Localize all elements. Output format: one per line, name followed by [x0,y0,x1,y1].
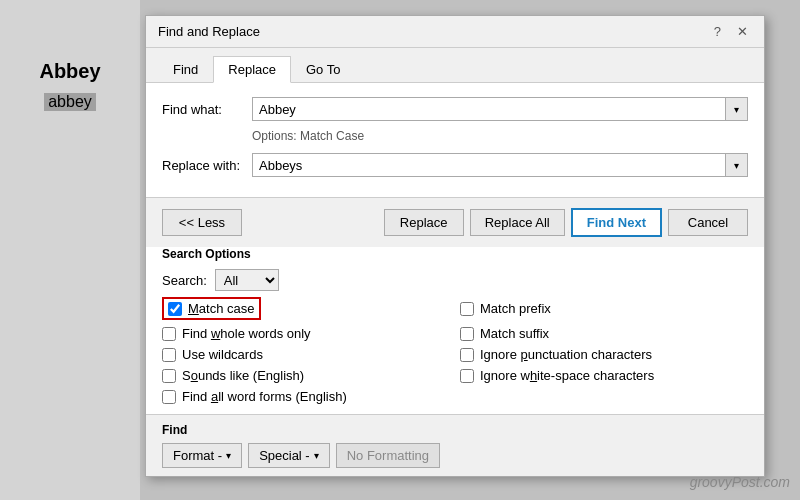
tab-replace[interactable]: Replace [213,56,291,83]
replace-with-input[interactable] [252,153,726,177]
special-button[interactable]: Special - ▾ [248,443,330,468]
match-suffix-item: Match suffix [460,326,748,341]
search-options-label: Search Options [162,247,748,261]
replace-all-button[interactable]: Replace All [470,209,565,236]
whole-words-checkbox[interactable] [162,327,176,341]
find-next-button[interactable]: Find Next [571,208,662,237]
bottom-section: Find Format - ▾ Special - ▾ No Formattin… [146,414,764,476]
close-button[interactable]: ✕ [733,24,752,39]
find-what-row: Find what: ▾ [162,97,748,121]
whole-words-label[interactable]: Find whole words only [182,326,311,341]
special-chevron-icon: ▾ [314,450,319,461]
use-wildcards-label[interactable]: Use wildcards [182,347,263,362]
replace-with-dropdown[interactable]: ▾ [726,153,748,177]
tab-find[interactable]: Find [158,56,213,82]
no-formatting-button: No Formatting [336,443,440,468]
dialog-title: Find and Replace [158,24,260,39]
use-wildcards-checkbox[interactable] [162,348,176,362]
ignore-space-label[interactable]: Ignore white-space characters [480,368,654,383]
match-prefix-label[interactable]: Match prefix [480,301,551,316]
search-select[interactable]: All Up Down [215,269,279,291]
find-what-input-wrap: ▾ [252,97,748,121]
find-replace-dialog: Find and Replace ? ✕ Find Replace Go To … [145,15,765,477]
replace-button[interactable]: Replace [384,209,464,236]
replace-with-input-wrap: ▾ [252,153,748,177]
less-button[interactable]: << Less [162,209,242,236]
dialog-titlebar: Find and Replace ? ✕ [146,16,764,48]
sounds-like-item: Sounds like (English) [162,368,450,383]
match-suffix-checkbox[interactable] [460,327,474,341]
help-button[interactable]: ? [710,24,725,39]
search-label: Search: [162,273,207,288]
match-case-highlight: Match case [162,297,261,320]
sidebar-text-lower: abbey [44,93,96,111]
ignore-space-checkbox[interactable] [460,369,474,383]
all-word-forms-label[interactable]: Find all word forms (English) [182,389,347,404]
search-row: Search: All Up Down [162,269,748,291]
dialog-body: Find what: ▾ Options: Match Case Replace… [146,83,764,197]
all-word-forms-checkbox[interactable] [162,390,176,404]
match-prefix-checkbox[interactable] [460,302,474,316]
special-label: Special - [259,448,310,463]
match-prefix-item: Match prefix [460,297,748,320]
tab-goto[interactable]: Go To [291,56,355,82]
match-case-label[interactable]: Match case [188,301,255,316]
match-case-item: Match case [162,297,450,320]
ignore-punct-checkbox[interactable] [460,348,474,362]
format-chevron-icon: ▾ [226,450,231,461]
find-what-label: Find what: [162,102,252,117]
find-what-input[interactable] [252,97,726,121]
search-options-section: Search Options Search: All Up Down Match… [146,247,764,414]
options-row: Options: Match Case [252,129,748,143]
ignore-punct-label[interactable]: Ignore punctuation characters [480,347,652,362]
find-what-dropdown[interactable]: ▾ [726,97,748,121]
options-label: Options: [252,129,297,143]
cancel-button[interactable]: Cancel [668,209,748,236]
watermark: groovyPost.com [690,474,790,490]
options-value: Match Case [300,129,364,143]
match-suffix-label[interactable]: Match suffix [480,326,549,341]
whole-words-item: Find whole words only [162,326,450,341]
titlebar-controls: ? ✕ [710,24,752,39]
desktop: Abbey abbey Find and Replace ? ✕ Find Re… [0,0,800,500]
use-wildcards-item: Use wildcards [162,347,450,362]
all-word-forms-item: Find all word forms (English) [162,389,450,404]
format-button[interactable]: Format - ▾ [162,443,242,468]
sounds-like-label[interactable]: Sounds like (English) [182,368,304,383]
action-row: << Less Replace Replace All Find Next Ca… [146,197,764,247]
ignore-punct-item: Ignore punctuation characters [460,347,748,362]
tab-bar: Find Replace Go To [146,48,764,83]
ignore-space-item: Ignore white-space characters [460,368,748,383]
checkbox-grid: Match case Match prefix Find whole words… [162,297,748,404]
sounds-like-checkbox[interactable] [162,369,176,383]
match-case-checkbox[interactable] [168,302,182,316]
replace-with-label: Replace with: [162,158,252,173]
bottom-buttons: Format - ▾ Special - ▾ No Formatting [162,443,748,468]
format-label: Format - [173,448,222,463]
sidebar-text-upper: Abbey [39,60,100,83]
bottom-section-label: Find [162,423,748,437]
replace-with-row: Replace with: ▾ [162,153,748,177]
sidebar: Abbey abbey [0,0,140,500]
